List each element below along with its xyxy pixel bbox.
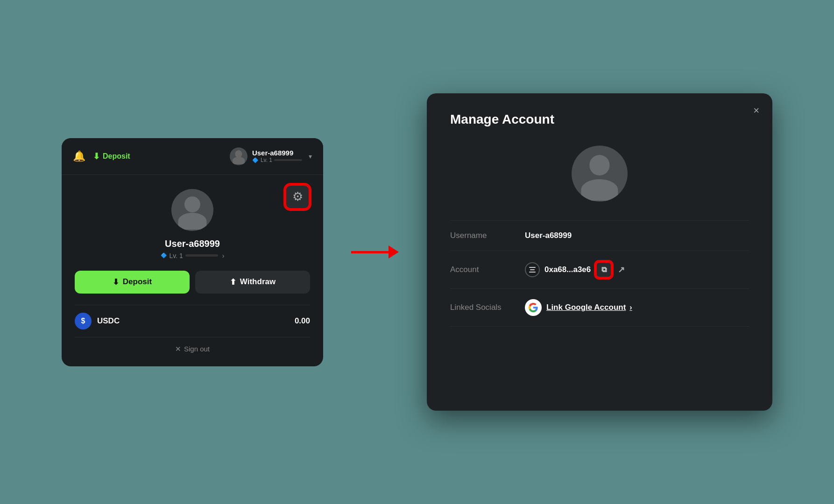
external-link-icon[interactable]: ↗ [618,265,625,275]
copy-icon: ⧉ [601,266,607,274]
manage-account-modal: × Manage Account Username User-a68999 Ac… [427,93,772,411]
bell-icon[interactable]: 🔔 [73,150,85,162]
avatar-silhouette-large [171,189,213,231]
level-bar-small [274,159,302,161]
username-field-value: User-a68999 [525,231,572,240]
action-buttons: ⬇ Deposit ⬆ Withdraw [75,271,310,294]
deposit-btn-icon: ⬇ [113,277,119,287]
deposit-button[interactable]: ⬇ Deposit [75,271,190,294]
usdc-icon: $ [75,313,92,329]
avatar-small [230,147,247,165]
gear-icon: ⚙ [292,189,303,204]
level-text-main: Lv. 1 [170,252,183,259]
arrow-container [351,245,399,259]
header-bar: 🔔 ⬇ Deposit User-a68999 🔷 Lv. 1 ▾ [62,138,323,175]
account-row: Account 0xa68...a3e6 ⧉ ↗ [450,251,749,289]
usdc-label: USDC [97,316,120,326]
usdc-amount: 0.00 [295,316,310,326]
copy-address-button[interactable]: ⧉ [595,261,612,278]
level-bar-main [185,254,218,257]
google-icon [525,299,542,316]
account-address: 0xa68...a3e6 [544,265,591,274]
user-header-details: User-a68999 🔷 Lv. 1 [252,149,302,163]
info-rows: Username User-a68999 Account 0xa68...a3e… [450,220,749,327]
stack-lines [529,267,536,273]
linked-socials-label: Linked Socials [450,303,525,312]
chevron-right-profile[interactable]: › [222,252,225,259]
profile-section: ⚙ User-a68999 🔷 Lv. 1 › ⬇ Deposit [62,175,323,366]
google-svg [528,302,538,313]
withdraw-btn-icon: ⬆ [230,277,236,287]
profile-username: User-a68999 [165,238,220,249]
deposit-header-label: Deposit [103,152,130,161]
link-google-button[interactable]: Link Google Account › [546,303,632,312]
sign-out-row[interactable]: ✕ Sign out [75,337,310,357]
account-field-label: Account [450,265,525,274]
diamond-icon-small: 🔷 [252,157,259,163]
withdraw-btn-label: Withdraw [240,277,276,287]
modal-avatar [572,146,628,202]
left-panel: 🔔 ⬇ Deposit User-a68999 🔷 Lv. 1 ▾ [62,138,323,366]
username-row: Username User-a68999 [450,220,749,251]
sign-out-label: Sign out [184,345,210,353]
gear-button-wrapper: ⚙ [285,184,310,210]
chevron-right-google: › [629,303,632,312]
user-info-header: User-a68999 🔷 Lv. 1 ▾ [230,147,312,165]
balance-row: $ USDC 0.00 [75,305,310,337]
deposit-header-button[interactable]: ⬇ Deposit [93,151,130,161]
stack-line-1 [529,267,536,268]
diamond-icon-main: 🔷 [161,252,167,259]
modal-title: Manage Account [450,112,749,127]
scene: 🔔 ⬇ Deposit User-a68999 🔷 Lv. 1 ▾ [0,0,834,504]
level-label-header: Lv. 1 [261,157,272,163]
avatar-large [171,189,213,231]
level-row-main: 🔷 Lv. 1 › [161,252,225,259]
avatar-silhouette-small [230,147,247,165]
modal-close-button[interactable]: × [753,105,759,117]
arrow-head [389,245,399,259]
sign-out-x-icon: ✕ [175,345,181,353]
stack-line-3 [529,272,536,273]
withdraw-button[interactable]: ⬆ Withdraw [195,271,310,294]
chevron-down-icon[interactable]: ▾ [309,153,312,160]
deposit-btn-label: Deposit [123,277,152,287]
username-header: User-a68999 [252,149,302,157]
settings-button[interactable]: ⚙ [285,184,310,210]
link-google-label: Link Google Account [546,303,626,312]
linked-socials-row: Linked Socials Link Google Account › [450,289,749,327]
level-row-header: 🔷 Lv. 1 [252,157,302,163]
account-chain-icon [525,262,540,277]
stack-line-2 [530,269,535,270]
deposit-arrow-icon: ⬇ [93,151,100,161]
modal-avatar-silhouette [572,146,628,202]
arrow [351,245,399,259]
username-field-label: Username [450,231,525,240]
arrow-shaft [351,251,389,253]
linked-socials-value: Link Google Account › [525,299,632,316]
account-field-value: 0xa68...a3e6 ⧉ ↗ [525,261,625,278]
